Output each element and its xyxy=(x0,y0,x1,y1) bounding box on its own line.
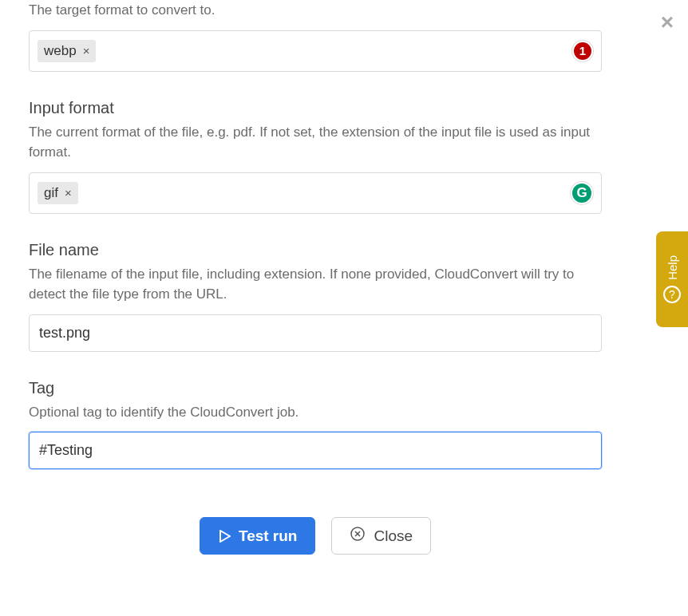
field-description: The target format to convert to. xyxy=(29,0,602,21)
dialog-close-icon[interactable]: × xyxy=(661,10,674,35)
input-format-input[interactable]: gif × G xyxy=(29,172,602,214)
field-description: The current format of the file, e.g. pdf… xyxy=(29,122,602,163)
dialog-content: The target format to convert to. webp × … xyxy=(0,0,631,594)
close-circle-icon xyxy=(350,526,366,546)
close-icon[interactable]: × xyxy=(65,186,72,199)
field-description: Optional tag to identify the CloudConver… xyxy=(29,402,602,423)
file-name-input[interactable] xyxy=(29,314,602,352)
tag-chip-label: webp xyxy=(44,43,77,59)
field-tag: Tag Optional tag to identify the CloudCo… xyxy=(29,379,602,470)
field-label: File name xyxy=(29,241,602,259)
svg-marker-0 xyxy=(220,531,230,542)
dialog-button-row: Test run Close xyxy=(29,517,602,555)
grammarly-icon[interactable]: G xyxy=(571,182,593,204)
output-format-input[interactable]: webp × 1 xyxy=(29,30,602,72)
play-icon xyxy=(218,530,231,543)
field-output-format: The target format to convert to. webp × … xyxy=(29,0,602,72)
button-label: Test run xyxy=(239,527,298,545)
tag-chip-webp[interactable]: webp × xyxy=(38,40,96,62)
field-file-name: File name The filename of the input file… xyxy=(29,241,602,352)
error-badge[interactable]: 1 xyxy=(572,41,593,61)
close-icon[interactable]: × xyxy=(83,44,90,57)
close-button[interactable]: Close xyxy=(331,517,431,555)
field-label: Tag xyxy=(29,379,602,397)
test-run-button[interactable]: Test run xyxy=(200,517,316,555)
button-label: Close xyxy=(374,527,413,545)
tag-input[interactable] xyxy=(29,432,602,469)
help-tab[interactable]: Help ? xyxy=(656,231,688,327)
tag-chip-gif[interactable]: gif × xyxy=(38,182,78,204)
tag-chip-label: gif xyxy=(44,185,58,201)
field-description: The filename of the input file, includin… xyxy=(29,264,602,305)
help-label: Help xyxy=(666,255,679,280)
field-input-format: Input format The current format of the f… xyxy=(29,99,602,214)
field-label: Input format xyxy=(29,99,602,117)
help-icon: ? xyxy=(663,286,681,303)
